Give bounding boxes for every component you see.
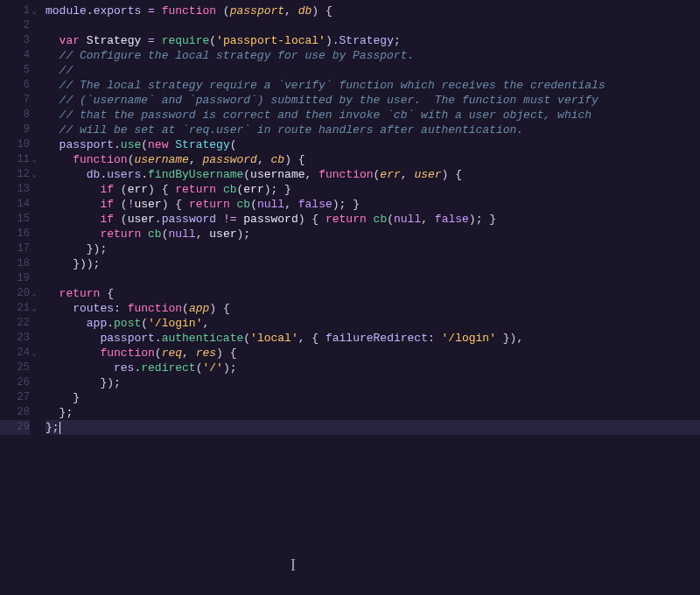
line-number: 17 <box>0 242 30 256</box>
line-number: 4 <box>0 48 30 63</box>
line-number: 9 <box>0 122 30 137</box>
code-line-comment[interactable]: // will be set at `req.user` in route ha… <box>46 122 700 137</box>
line-number: 5 <box>0 63 30 78</box>
line-number: 19 <box>0 271 30 286</box>
code-line[interactable] <box>46 271 700 286</box>
line-number-gutter: 1⌄234567891011⌄12⌄1314151617181920⌄21⌄22… <box>0 0 37 595</box>
text-cursor <box>60 422 60 434</box>
code-line[interactable]: }); <box>46 375 700 390</box>
line-number: 8 <box>0 108 30 122</box>
line-number: 10 <box>0 137 30 152</box>
code-line[interactable]: res.redirect('/'); <box>46 360 700 375</box>
line-number: 7 <box>0 93 30 108</box>
line-number: 12⌄ <box>0 167 30 182</box>
code-line[interactable]: db.users.findByUsername(username, functi… <box>46 167 700 182</box>
code-line[interactable]: passport.use(new Strategy( <box>46 137 700 152</box>
code-line-comment[interactable]: // The local strategy require a `verify`… <box>46 78 700 93</box>
code-line-comment[interactable]: // that the password is correct and then… <box>46 108 700 122</box>
line-number: 18 <box>0 256 30 271</box>
code-line[interactable]: var Strategy = require('passport-local')… <box>46 33 700 48</box>
code-line[interactable]: return cb(null, user); <box>46 227 700 242</box>
code-line-comment[interactable]: // Configure the local strategy for use … <box>46 48 700 63</box>
code-line-comment[interactable]: // <box>46 63 700 78</box>
code-line[interactable]: if (!user) { return cb(null, false); } <box>46 197 700 212</box>
code-line[interactable]: })); <box>46 256 700 271</box>
line-number: 11⌄ <box>0 152 30 167</box>
line-number: 6 <box>0 78 30 93</box>
line-number: 3 <box>0 33 30 48</box>
line-number: 26 <box>0 375 30 390</box>
line-number: 23 <box>0 331 30 346</box>
code-line[interactable]: routes: function(app) { <box>46 301 700 316</box>
code-line[interactable]: if (user.password != password) { return … <box>46 212 700 227</box>
line-number: 2 <box>0 18 30 33</box>
code-line[interactable]: module.exports = function (passport, db)… <box>46 4 700 18</box>
code-line-active[interactable]: }; <box>46 420 700 435</box>
line-number: 15 <box>0 212 30 227</box>
line-number: 29 <box>0 420 30 435</box>
line-number: 27 <box>0 390 30 405</box>
code-area[interactable]: module.exports = function (passport, db)… <box>37 0 700 595</box>
line-number: 21⌄ <box>0 301 30 316</box>
code-line[interactable]: }; <box>46 405 700 420</box>
code-line[interactable]: }); <box>46 242 700 256</box>
line-number: 13 <box>0 182 30 197</box>
code-line[interactable]: function(req, res) { <box>46 346 700 360</box>
line-number: 28 <box>0 405 30 420</box>
line-number: 25 <box>0 360 30 375</box>
line-number: 24⌄ <box>0 346 30 360</box>
line-number: 14 <box>0 197 30 212</box>
code-line[interactable] <box>46 18 700 33</box>
line-number: 1⌄ <box>0 4 30 18</box>
code-line[interactable]: app.post('/login', <box>46 316 700 331</box>
code-line[interactable]: return { <box>46 286 700 301</box>
line-number: 16 <box>0 227 30 242</box>
code-line[interactable]: function(username, password, cb) { <box>46 152 700 167</box>
mouse-cursor-icon: I <box>290 556 296 575</box>
code-line[interactable]: } <box>46 390 700 405</box>
code-line[interactable]: passport.authenticate('local', { failure… <box>46 331 700 346</box>
code-editor[interactable]: 1⌄234567891011⌄12⌄1314151617181920⌄21⌄22… <box>0 0 700 595</box>
line-number: 20⌄ <box>0 286 30 301</box>
code-line[interactable]: if (err) { return cb(err); } <box>46 182 700 197</box>
line-number: 22 <box>0 316 30 331</box>
code-line-comment[interactable]: // (`username` and `password`) submitted… <box>46 93 700 108</box>
